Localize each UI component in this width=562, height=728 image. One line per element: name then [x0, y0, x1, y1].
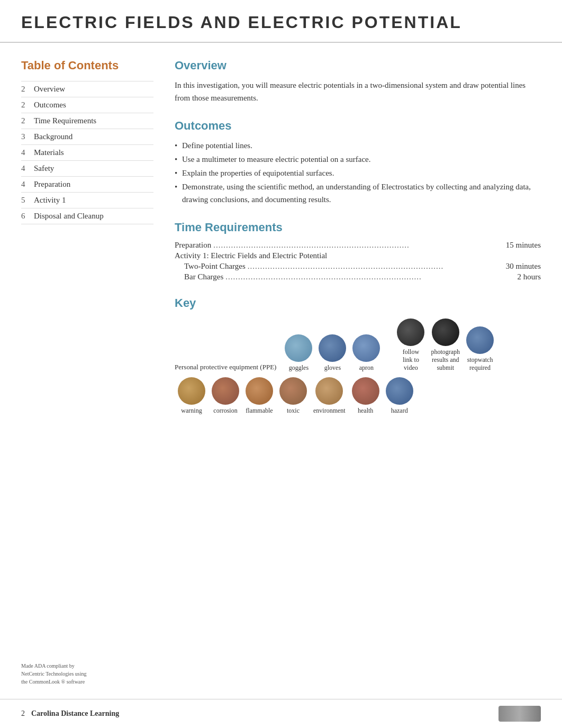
ada-line1: Made ADA compliant by	[21, 663, 75, 669]
page-footer: 2 Carolina Distance Learning	[0, 699, 562, 728]
outcome-item: Explain the properties of equipotential …	[175, 167, 541, 179]
outcome-item: Use a multimeter to measure electric pot…	[175, 153, 541, 166]
outcomes-list: Define potential lines.Use a multimeter …	[175, 139, 541, 206]
icon-group-hazard: hazard	[386, 377, 413, 415]
toxic-label: toxic	[287, 407, 300, 415]
toc-item: 2Overview	[21, 81, 153, 97]
warning-icon	[178, 377, 205, 405]
corrosion-label: corrosion	[213, 407, 237, 415]
toxic-icon	[279, 377, 307, 405]
warning-label: warning	[181, 407, 202, 415]
overview-text: In this investigation, you will measure …	[175, 79, 541, 104]
toc-label: Preparation	[34, 180, 70, 189]
page-title: ELECTRIC FIELDS AND ELECTRIC POTENTIAL	[21, 13, 541, 32]
environment-icon	[315, 377, 343, 405]
toc-num: 2	[21, 101, 34, 110]
toc-item: 2Outcomes	[21, 97, 153, 113]
goggles-icon	[285, 334, 312, 362]
page-header: ELECTRIC FIELDS AND ELECTRIC POTENTIAL	[0, 0, 562, 43]
toc-num: 5	[21, 196, 34, 205]
toc-num: 4	[21, 148, 34, 157]
hazard-label: hazard	[391, 407, 408, 415]
goggles-label: goggles	[289, 364, 309, 372]
main-content: Table of Contents 2Overview2Outcomes2Tim…	[0, 43, 562, 431]
time-value: 30 minutes	[506, 262, 541, 271]
time-dots: ........................................…	[211, 241, 506, 250]
key-row-1: Personal protective equipment (PPE) gogg…	[175, 319, 541, 372]
icon-group-warning: warning	[178, 377, 205, 415]
apron-icon	[352, 334, 380, 362]
toc-item: 2Time Requirements	[21, 113, 153, 129]
time-requirements-table: Preparation ............................…	[175, 241, 541, 281]
ppe-text: Personal protective equipment (PPE)	[175, 362, 276, 372]
time-label: Preparation	[175, 241, 211, 250]
icon-group-corrosion: corrosion	[212, 377, 239, 415]
toc-list: 2Overview2Outcomes2Time Requirements3Bac…	[21, 81, 153, 224]
outcome-item: Define potential lines.	[175, 139, 541, 152]
hazard-icon	[386, 377, 413, 405]
toc-item: 6Disposal and Cleanup	[21, 208, 153, 224]
outcome-item: Demonstrate, using the scientific method…	[175, 180, 541, 206]
follow-link-label: followlink tovideo	[403, 348, 419, 372]
time-row: Two-Point Charges ......................…	[175, 262, 541, 271]
photograph-icon	[432, 319, 459, 346]
ada-note: Made ADA compliant by NetCentric Technol…	[21, 662, 87, 686]
time-label: Two-Point Charges	[175, 262, 246, 271]
time-label: Bar Charges	[175, 272, 223, 281]
time-value: 15 minutes	[506, 241, 541, 250]
toc-label: Safety	[34, 164, 54, 173]
time-dots: ........................................…	[246, 262, 506, 271]
gloves-icon	[319, 334, 346, 362]
health-icon	[352, 377, 379, 405]
toc-num: 2	[21, 85, 34, 94]
toc-item: 4Preparation	[21, 176, 153, 192]
health-label: health	[358, 407, 373, 415]
toc-num: 4	[21, 164, 34, 173]
icon-group-health: health	[352, 377, 379, 415]
time-row: Activity 1: Electric Fields and Electric…	[175, 251, 541, 260]
toc-item: 4Safety	[21, 160, 153, 176]
toc-label: Disposal and Cleanup	[34, 212, 104, 221]
ada-line2: NetCentric Technologies using	[21, 671, 87, 677]
footer-page-num: 2	[21, 709, 25, 718]
toc-num: 2	[21, 116, 34, 125]
key-section: Key Personal protective equipment (PPE) …	[175, 296, 541, 415]
corrosion-icon	[212, 377, 239, 405]
apron-label: apron	[359, 364, 374, 372]
toc-title: Table of Contents	[21, 59, 153, 72]
toc-num: 3	[21, 132, 34, 141]
icon-group-toxic: toxic	[279, 377, 307, 415]
toc-label: Background	[34, 132, 72, 141]
ppe-label-block: Personal protective equipment (PPE)	[175, 362, 276, 372]
stopwatch-icon	[466, 326, 494, 354]
time-requirements-title: Time Requirements	[175, 221, 541, 234]
key-title: Key	[175, 296, 541, 310]
flammable-icon	[246, 377, 273, 405]
toc-item: 4Materials	[21, 144, 153, 160]
toc-num: 6	[21, 212, 34, 221]
time-value: 2 hours	[517, 272, 541, 281]
flammable-label: flammable	[246, 407, 273, 415]
toc-label: Materials	[34, 148, 64, 157]
footer-org: Carolina Distance Learning	[31, 709, 119, 718]
gloves-label: gloves	[324, 364, 341, 372]
footer-logo	[498, 706, 541, 722]
toc-item: 3Background	[21, 129, 153, 144]
time-label: Activity 1: Electric Fields and Electric…	[175, 251, 327, 260]
toc-column: Table of Contents 2Overview2Outcomes2Tim…	[21, 59, 169, 415]
right-column: Overview In this investigation, you will…	[169, 59, 541, 415]
icon-group-environment: environment	[313, 377, 346, 415]
time-row: Preparation ............................…	[175, 241, 541, 250]
toc-item: 5Activity 1	[21, 192, 153, 208]
toc-label: Overview	[34, 85, 65, 94]
icon-group-follow-link: followlink tovideo	[397, 319, 424, 372]
stopwatch-label: stopwatchrequired	[467, 356, 493, 372]
toc-num: 4	[21, 180, 34, 189]
photograph-label: photographresults andsubmit	[431, 348, 460, 372]
toc-label: Activity 1	[34, 196, 66, 205]
overview-title: Overview	[175, 59, 541, 72]
time-dots: ........................................…	[223, 272, 517, 281]
icon-group-flammable: flammable	[246, 377, 273, 415]
outcomes-title: Outcomes	[175, 119, 541, 133]
icon-group-goggles: goggles	[285, 334, 312, 372]
